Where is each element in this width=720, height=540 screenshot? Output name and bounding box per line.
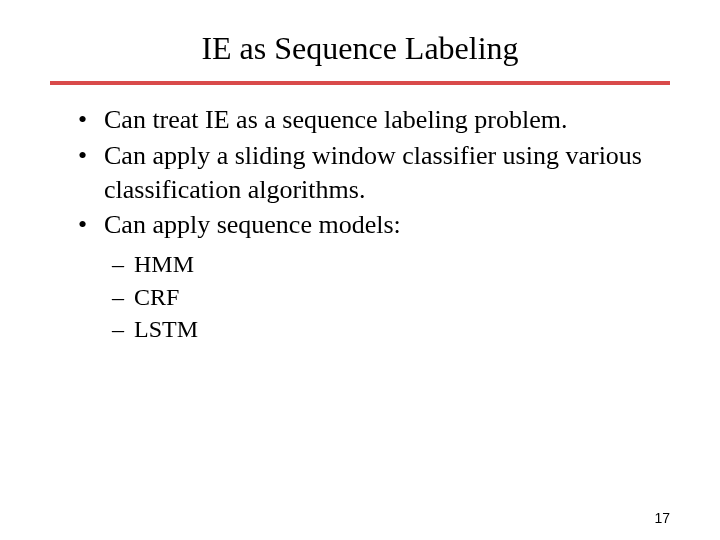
sub-bullet-item: HMM (112, 248, 670, 280)
slide: IE as Sequence Labeling Can treat IE as … (0, 0, 720, 540)
bullet-item: Can apply a sliding window classifier us… (78, 139, 670, 207)
bullet-item: Can treat IE as a sequence labeling prob… (78, 103, 670, 137)
bullet-list: Can treat IE as a sequence labeling prob… (50, 103, 670, 242)
slide-title: IE as Sequence Labeling (50, 30, 670, 67)
page-number: 17 (654, 510, 670, 526)
sub-bullet-list: HMM CRF LSTM (50, 248, 670, 345)
sub-bullet-item: CRF (112, 281, 670, 313)
sub-bullet-item: LSTM (112, 313, 670, 345)
bullet-item: Can apply sequence models: (78, 208, 670, 242)
title-divider (50, 81, 670, 85)
